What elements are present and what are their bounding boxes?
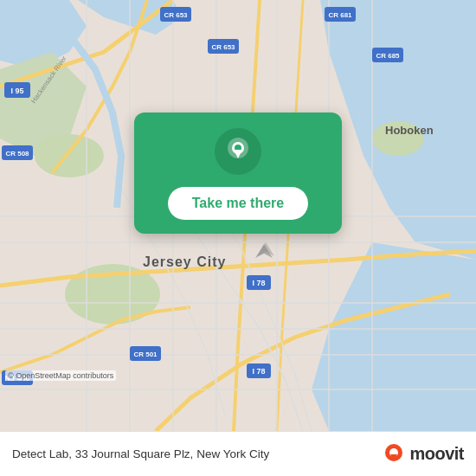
action-card: Take me there [134,113,342,234]
moovit-icon [382,442,406,466]
app-container: Hackensack River I 95 CR 653 CR 653 CR 6… [0,0,476,476]
moovit-logo: moovit [382,442,464,466]
svg-text:Jersey City: Jersey City [143,254,226,269]
svg-text:I 78: I 78 [252,367,265,376]
svg-text:I 95: I 95 [10,87,23,95]
place-name: Detect Lab, 33 Journal Square Plz, New Y… [12,447,269,460]
svg-text:CR 508: CR 508 [5,150,29,158]
moovit-brand-text: moovit [409,444,464,464]
svg-point-7 [35,134,104,177]
svg-text:CR 681: CR 681 [328,11,352,19]
svg-text:Hoboken: Hoboken [385,124,434,137]
svg-text:CR 501: CR 501 [133,351,158,358]
map-copyright: © OpenStreetMap contributors [5,370,116,381]
svg-text:CR 653: CR 653 [211,43,235,51]
svg-text:I 78: I 78 [252,279,265,287]
map-area: Hackensack River I 95 CR 653 CR 653 CR 6… [0,0,476,431]
location-pin-icon [225,136,251,167]
svg-text:CR 653: CR 653 [164,11,188,19]
info-bar: Detect Lab, 33 Journal Square Plz, New Y… [0,431,476,476]
svg-text:CR 685: CR 685 [376,52,400,60]
location-icon-wrapper [215,128,261,175]
take-me-there-button[interactable]: Take me there [168,187,308,220]
